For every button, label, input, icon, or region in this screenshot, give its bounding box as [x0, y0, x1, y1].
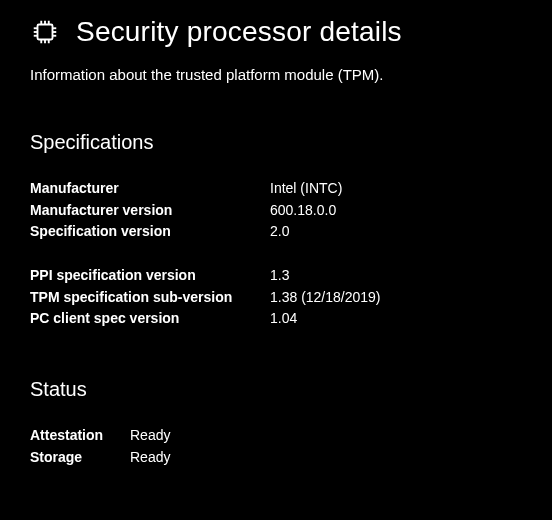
spec-group-1: Manufacturer Intel (INTC) Manufacturer v… — [30, 178, 522, 243]
page-title: Security processor details — [76, 16, 402, 48]
spec-value: 2.0 — [270, 221, 289, 243]
specifications-heading: Specifications — [30, 131, 522, 154]
status-value: Ready — [130, 425, 170, 447]
spec-value: 1.38 (12/18/2019) — [270, 287, 381, 309]
status-value: Ready — [130, 447, 170, 469]
spec-label: Manufacturer version — [30, 200, 270, 222]
spec-row: PC client spec version 1.04 — [30, 308, 522, 330]
spec-row: Specification version 2.0 — [30, 221, 522, 243]
spec-value: 1.3 — [270, 265, 289, 287]
status-row: Attestation Ready — [30, 425, 522, 447]
svg-rect-0 — [38, 25, 53, 40]
spec-value: Intel (INTC) — [270, 178, 342, 200]
status-heading: Status — [30, 378, 522, 401]
status-section: Status Attestation Ready Storage Ready — [30, 378, 522, 468]
spec-label: TPM specification sub-version — [30, 287, 270, 309]
status-label: Attestation — [30, 425, 130, 447]
page-header: Security processor details — [30, 16, 522, 48]
spec-row: Manufacturer version 600.18.0.0 — [30, 200, 522, 222]
status-row: Storage Ready — [30, 447, 522, 469]
spec-label: PPI specification version — [30, 265, 270, 287]
spec-group-2: PPI specification version 1.3 TPM specif… — [30, 265, 522, 330]
status-label: Storage — [30, 447, 130, 469]
spec-row: TPM specification sub-version 1.38 (12/1… — [30, 287, 522, 309]
spec-row: Manufacturer Intel (INTC) — [30, 178, 522, 200]
spec-label: Specification version — [30, 221, 270, 243]
chip-icon — [30, 17, 60, 47]
page-description: Information about the trusted platform m… — [30, 66, 522, 83]
spec-row: PPI specification version 1.3 — [30, 265, 522, 287]
spec-value: 600.18.0.0 — [270, 200, 336, 222]
spec-label: PC client spec version — [30, 308, 270, 330]
spec-value: 1.04 — [270, 308, 297, 330]
spec-label: Manufacturer — [30, 178, 270, 200]
